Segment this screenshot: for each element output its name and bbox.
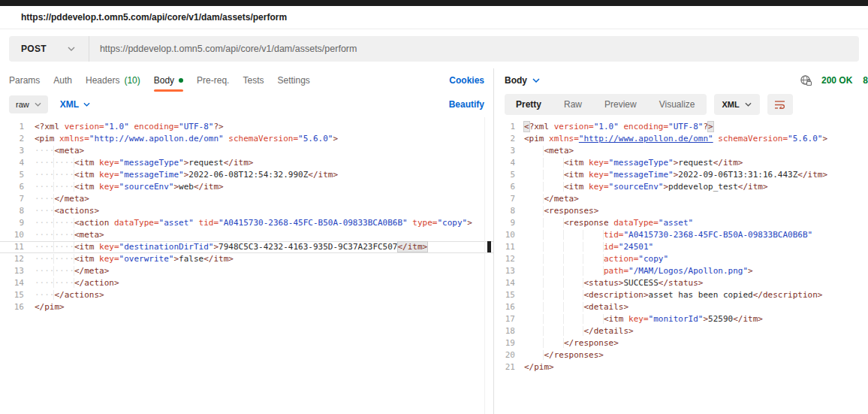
tab-settings[interactable]: Settings — [277, 68, 309, 92]
line-number: 8 — [494, 205, 515, 217]
code-token: <itm — [74, 182, 95, 192]
request-body-toolbar: raw XML Beautify — [0, 92, 493, 117]
tab-params[interactable]: Params — [9, 68, 40, 92]
editor-scrollbar[interactable] — [484, 117, 493, 414]
code-token: request — [188, 158, 223, 168]
code-line: 5 <itm key="messageTime">2022-09-06T13:3… — [494, 169, 868, 181]
code-token — [524, 146, 544, 156]
code-line: 14 <status>SUCCESS</status> — [494, 277, 868, 289]
code-token: <description> — [583, 290, 648, 300]
globe-lock-icon[interactable] — [800, 74, 812, 86]
code-token: schemaVersion= — [713, 134, 788, 144]
code-token: schemaVersion= — [224, 134, 298, 144]
code-token: "http://www.apollon.de/omn" — [89, 134, 224, 144]
line-number: 15 — [0, 289, 24, 301]
response-panel: Body 200 OK 8 Pretty Raw Preview — [494, 68, 868, 414]
request-body-editor[interactable]: 1<?xml version="1.0" encoding="UTF-8"?>2… — [0, 117, 493, 414]
response-status-group: 200 OK 8 — [800, 74, 868, 86]
code-token: </meta> — [544, 194, 579, 204]
code-token: request — [678, 158, 713, 168]
code-token: ········ — [35, 158, 74, 168]
body-format-label: raw — [16, 100, 29, 109]
code-token: tid= — [194, 218, 219, 228]
tab-visualize[interactable]: Visualize — [648, 99, 707, 110]
code-token: key= — [583, 182, 608, 192]
code-token: <details> — [583, 302, 628, 312]
tab-headers[interactable]: Headers (10) — [86, 68, 140, 92]
code-token: > — [708, 122, 713, 131]
code-token: <itm — [74, 254, 95, 264]
tab-pre-req[interactable]: Pre-req. — [197, 68, 229, 92]
code-line: 12········<itm key="overwrite">false</it… — [0, 253, 493, 265]
line-number: 1 — [0, 121, 24, 133]
code-token: encoding= — [129, 122, 179, 131]
body-format-dropdown[interactable]: raw — [9, 95, 48, 113]
code-token: ········ — [35, 230, 74, 240]
cookies-link[interactable]: Cookies — [449, 68, 484, 92]
code-token: "sourceEnv" — [609, 182, 664, 192]
code-token: key= — [583, 158, 608, 168]
code-token: ···· — [35, 206, 55, 216]
tab-body[interactable]: Body — [154, 68, 183, 92]
response-language-dropdown[interactable]: XML — [714, 94, 760, 115]
code-token: "UTF-8" — [179, 122, 213, 131]
code-token: "messageType" — [609, 158, 674, 168]
line-number: 6 — [0, 181, 24, 193]
tab-pretty[interactable]: Pretty — [505, 99, 553, 110]
code-token: </pim> — [35, 302, 65, 312]
code-token: key= — [583, 170, 608, 180]
line-number: 3 — [0, 145, 24, 157]
code-token: id= — [604, 242, 619, 252]
line-number: 10 — [0, 229, 24, 241]
line-number: 14 — [0, 277, 24, 289]
code-token: <actions> — [55, 206, 100, 216]
method-selector[interactable]: POST — [9, 44, 47, 54]
response-body-dropdown[interactable]: Body — [505, 75, 540, 86]
chevron-down-icon[interactable] — [68, 47, 75, 51]
response-toolbar: Pretty Raw Preview Visualize XML — [494, 92, 868, 117]
line-number: 19 — [494, 337, 515, 349]
line-number: 21 — [494, 361, 515, 373]
code-token: web — [179, 182, 194, 192]
code-token: encoding= — [619, 122, 668, 131]
code-line: 11········<itm key="destinationDirTid">7… — [0, 241, 493, 253]
line-number: 3 — [494, 145, 515, 157]
line-number: 13 — [0, 265, 24, 277]
code-token — [524, 338, 564, 348]
code-line: 1<?xml version="1.0" encoding="UTF-8"?> — [494, 121, 868, 133]
response-body-viewer[interactable]: 1<?xml version="1.0" encoding="UTF-8"?>2… — [494, 117, 868, 414]
code-token — [524, 350, 544, 360]
line-number: 11 — [0, 241, 24, 253]
code-line: 19 </response> — [494, 337, 868, 349]
code-token: "sourceEnv" — [119, 182, 174, 192]
response-time: 8 — [863, 75, 868, 86]
line-number: 18 — [494, 325, 515, 337]
tab-tests[interactable]: Tests — [243, 68, 264, 92]
code-line: 17 <itm key="monitorId">52590</itm> — [494, 313, 868, 325]
code-token: </itm> — [398, 242, 428, 252]
code-line: 7····</meta> — [0, 193, 493, 205]
code-token: ········ — [35, 182, 74, 192]
wrap-lines-button[interactable] — [767, 94, 793, 115]
code-token — [524, 182, 564, 192]
code-token: "UTF-8" — [668, 122, 703, 131]
code-token: <itm — [564, 158, 584, 168]
code-token: action= — [604, 254, 638, 264]
code-line: 12 action="copy" — [494, 253, 868, 265]
code-token: <action — [74, 218, 109, 228]
url-bar: POST https://pddevelop.t.omn5.com/api/co… — [9, 36, 859, 62]
url-input[interactable]: https://pddevelop.t.omn5.com/api/core/v1… — [89, 44, 357, 54]
request-language-dropdown[interactable]: XML — [60, 99, 90, 110]
code-token: "A0415730-2368-45FC-B50A-09833BCA0B6B" — [623, 230, 812, 240]
chevron-down-icon — [532, 78, 540, 83]
beautify-link[interactable]: Beautify — [449, 99, 484, 110]
code-token: <meta> — [544, 146, 574, 156]
tab-preview[interactable]: Preview — [593, 99, 648, 110]
code-token: xmlns= — [55, 134, 89, 144]
line-number: 1 — [494, 121, 515, 133]
url-row: POST https://pddevelop.t.omn5.com/api/co… — [0, 29, 868, 68]
tab-raw[interactable]: Raw — [553, 99, 593, 110]
tab-auth[interactable]: Auth — [53, 68, 72, 92]
code-token: </itm> — [203, 254, 234, 264]
code-token: "asset" — [159, 218, 194, 228]
